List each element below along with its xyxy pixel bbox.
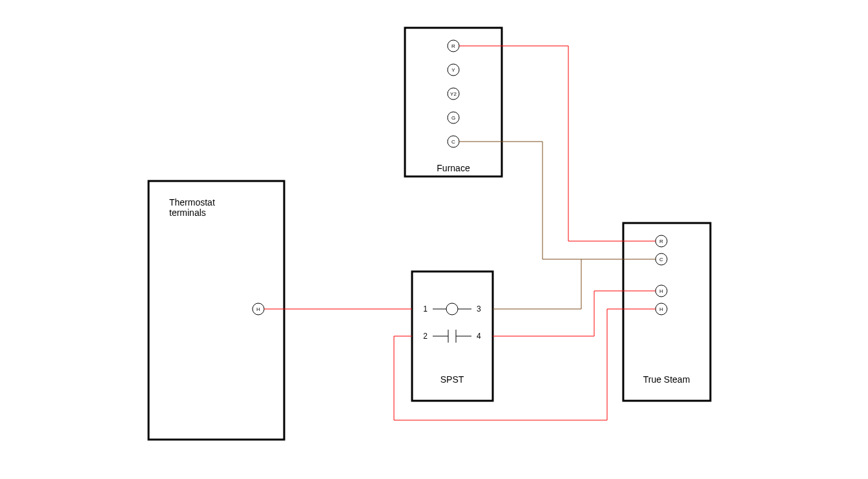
thermostat-terminal-h-label: H xyxy=(256,306,260,312)
thermostat-label-line1: Thermostatterminals xyxy=(169,197,215,218)
spst-pin-4: 4 xyxy=(477,332,481,341)
wire-furnace-c-to-ts-c xyxy=(459,142,656,259)
furnace-label: Furnace xyxy=(437,163,470,173)
spst-coil xyxy=(446,303,458,315)
truesteam-terminals: R C H H xyxy=(656,235,667,315)
spst-label: SPST xyxy=(440,374,464,385)
spst-pin-2: 2 xyxy=(423,332,428,341)
wire-spst4-to-ts-h1 xyxy=(493,291,656,336)
furnace-terminals: R Y Y2 G C xyxy=(448,40,459,147)
spst-pin-3: 3 xyxy=(477,304,481,314)
truesteam-label: True Steam xyxy=(643,374,690,385)
truesteam-terminal-h1-label: H xyxy=(659,288,663,294)
truesteam-terminal-c-label: C xyxy=(659,257,663,262)
furnace-terminal-c-label: C xyxy=(451,139,455,145)
truesteam-terminal-h2-label: H xyxy=(659,306,663,312)
furnace-terminal-r-label: R xyxy=(451,43,455,49)
truesteam-terminal-r-label: R xyxy=(659,239,663,244)
wiring-diagram: Thermostatterminals H Furnace R Y Y2 G C… xyxy=(0,0,868,479)
furnace-terminal-g-label: G xyxy=(451,115,455,121)
furnace-box xyxy=(405,28,502,176)
wire-spst2-to-ts-h2 xyxy=(394,309,656,420)
wire-spst3-to-c-bus xyxy=(493,259,581,309)
furnace-terminal-y2-label: Y2 xyxy=(450,91,457,97)
spst-pin-1: 1 xyxy=(423,304,428,314)
furnace-terminal-y-label: Y xyxy=(451,67,455,73)
wire-furnace-r-to-ts-r xyxy=(459,46,656,241)
